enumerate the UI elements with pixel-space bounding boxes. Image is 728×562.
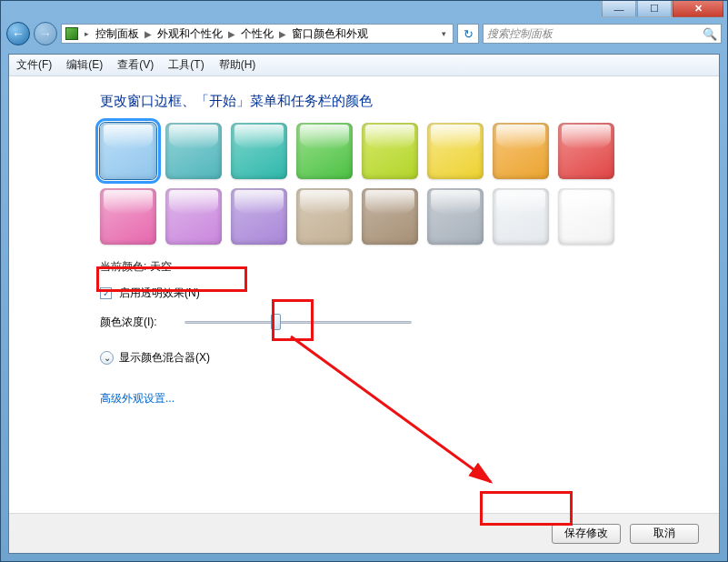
maximize-button[interactable]: ☐ [637,1,672,17]
color-swatch-2[interactable] [231,123,287,179]
current-color-row: 当前颜色: 天空 [100,259,701,275]
minimize-icon: — [614,4,624,15]
color-swatch-12[interactable] [362,188,418,245]
dialog-footer: 保存修改 取消 [9,513,719,553]
address-bar[interactable]: ▸ 控制面板 ▶ 外观和个性化 ▶ 个性化 ▶ 窗口颜色和外观 ▾ [61,24,454,44]
search-placeholder: 搜索控制面板 [487,26,553,42]
slider-track [184,321,412,324]
refresh-button[interactable]: ↻ [457,24,479,44]
intensity-slider[interactable] [184,314,412,330]
menu-edit[interactable]: 编辑(E) [66,57,103,73]
content-frame: 文件(F) 编辑(E) 查看(V) 工具(T) 帮助(H) 更改窗口边框、「开始… [8,54,720,554]
maximize-icon: ☐ [650,3,659,15]
search-icon: 🔍 [703,27,717,41]
breadcrumb-sep: ▶ [277,29,288,39]
explorer-window: — ☐ ✕ ← → ▸ 控制面板 ▶ 外观和个性化 ▶ 个性化 ▶ 窗口颜色和外… [0,0,728,562]
current-color-value: 天空 [150,260,172,273]
breadcrumb-sep: ▶ [143,29,154,39]
color-swatch-8[interactable] [100,188,156,245]
content-area: 更改窗口边框、「开始」菜单和任务栏的颜色 当前颜色: 天空 ✓ 启用透明效果(N… [9,76,719,513]
check-icon: ✓ [103,288,110,298]
menu-help[interactable]: 帮助(H) [219,57,256,73]
menu-bar: 文件(F) 编辑(E) 查看(V) 工具(T) 帮助(H) [9,55,719,76]
color-swatch-10[interactable] [231,188,287,245]
minimize-button[interactable]: — [602,1,636,17]
search-input[interactable]: 搜索控制面板 🔍 [483,24,722,44]
color-mixer-label: 显示颜色混合器(X) [119,350,210,366]
transparency-row: ✓ 启用透明效果(N) [100,286,701,301]
breadcrumb-sep: ▶ [226,29,237,39]
titlebar: — ☐ ✕ [1,1,727,19]
slider-thumb[interactable] [271,314,281,330]
color-swatch-6[interactable] [493,123,549,179]
transparency-checkbox[interactable]: ✓ [100,287,112,299]
breadcrumb-item[interactable]: 控制面板 [95,26,139,42]
color-swatch-9[interactable] [165,188,222,245]
close-button[interactable]: ✕ [673,1,723,17]
chevron-down-icon[interactable]: ▾ [439,29,449,38]
color-swatch-1[interactable] [165,123,222,179]
color-swatch-13[interactable] [427,188,484,245]
menu-tools[interactable]: 工具(T) [168,57,204,73]
close-icon: ✕ [694,3,703,15]
cancel-button[interactable]: 取消 [630,524,699,544]
current-color-label: 当前颜色: [100,260,146,273]
forward-button[interactable]: → [34,22,57,45]
menu-file[interactable]: 文件(F) [16,57,52,73]
breadcrumb-item[interactable]: 外观和个性化 [157,26,223,42]
control-panel-icon [65,27,78,40]
breadcrumb-item[interactable]: 窗口颜色和外观 [292,26,368,42]
color-swatch-3[interactable] [296,123,353,179]
advanced-appearance-link[interactable]: 高级外观设置... [100,391,175,406]
color-mixer-expander[interactable]: ⌄ 显示颜色混合器(X) [100,350,701,366]
intensity-row: 颜色浓度(I): [100,314,701,330]
back-icon: ← [12,26,25,41]
forward-icon: → [39,26,52,41]
back-button[interactable]: ← [6,22,30,45]
breadcrumb-item[interactable]: 个性化 [241,26,274,42]
refresh-icon: ↻ [464,27,474,41]
color-swatch-grid [100,123,701,245]
color-swatch-15[interactable] [558,188,614,245]
intensity-label: 颜色浓度(I): [100,315,157,330]
menu-view[interactable]: 查看(V) [117,57,154,73]
save-button[interactable]: 保存修改 [552,524,621,544]
transparency-label: 启用透明效果(N) [119,286,200,301]
chevron-down-icon: ⌄ [100,351,114,365]
chevron-right-icon: ▸ [82,29,92,38]
navbar: ← → ▸ 控制面板 ▶ 外观和个性化 ▶ 个性化 ▶ 窗口颜色和外观 ▾ ↻ … [1,19,727,48]
color-swatch-0[interactable] [100,123,156,179]
color-swatch-11[interactable] [296,188,353,245]
color-swatch-7[interactable] [558,123,614,179]
color-swatch-4[interactable] [362,123,418,179]
page-title: 更改窗口边框、「开始」菜单和任务栏的颜色 [100,93,701,110]
color-swatch-5[interactable] [427,123,484,179]
color-swatch-14[interactable] [493,188,549,245]
